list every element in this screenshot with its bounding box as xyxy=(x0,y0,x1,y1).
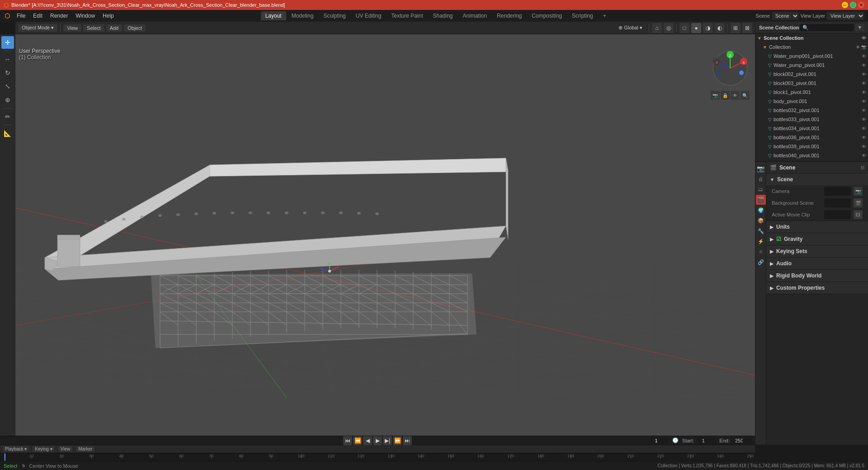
nav-gizmo[interactable]: X -X Z 📷 🔒 👁 🔍 xyxy=(710,48,750,89)
collection-cam[interactable]: 📷 xyxy=(861,45,866,49)
outliner-item-9[interactable]: ▽ bottles036_pivot.001 👁 xyxy=(755,133,868,142)
outliner-item-4[interactable]: ▽ block1_pivot.001 👁 xyxy=(755,88,868,97)
snap-btn[interactable]: ⌂ xyxy=(652,23,662,33)
minimize-button[interactable]: ─ xyxy=(842,2,848,8)
obj-eye-1[interactable]: 👁 xyxy=(862,63,866,68)
skip-start-btn[interactable]: ⏮ xyxy=(343,436,352,445)
prev-frame-btn[interactable]: ◀ xyxy=(363,436,372,445)
move-tool[interactable]: ↔ xyxy=(1,53,14,66)
timeline-track[interactable]: 1102030405060708090100110120130140150160… xyxy=(0,453,755,461)
lock-view-btn[interactable]: 🔒 xyxy=(721,91,730,100)
shading-wireframe-btn[interactable]: □ xyxy=(679,23,689,33)
marker-btn[interactable]: Marker xyxy=(76,446,94,452)
global-select-btn[interactable]: ⊕ Global ▾ xyxy=(618,25,642,31)
gravity-checkbox[interactable]: ☑ xyxy=(776,236,781,242)
constraints-props-btn[interactable]: 🔗 xyxy=(756,257,766,267)
object-props-btn[interactable]: 📦 xyxy=(756,216,766,226)
skip-end-btn[interactable]: ⏭ xyxy=(403,436,412,445)
overlay-btn[interactable]: ⊞ xyxy=(731,23,741,33)
obj-eye-2[interactable]: 👁 xyxy=(862,72,866,77)
view-layer-select[interactable]: View Layer xyxy=(827,12,864,20)
output-props-btn[interactable]: 🖨 xyxy=(756,174,766,184)
rigid-body-world-section-header[interactable]: ▶ Rigid Body World xyxy=(766,270,868,282)
outliner-item-5[interactable]: ▽ body_pivot.001 👁 xyxy=(755,97,868,106)
shading-solid-btn[interactable]: ● xyxy=(691,23,701,33)
outliner-item-11[interactable]: ▽ bottles040_pivot.001 👁 xyxy=(755,151,868,160)
camera-browse-btn[interactable]: 📷 xyxy=(854,187,863,196)
main-viewport[interactable]: User Perspective (1) Collection X -X Z xyxy=(15,34,755,445)
tab-shading[interactable]: Shading xyxy=(429,11,458,20)
obj-eye-10[interactable]: 👁 xyxy=(862,144,866,149)
particles-props-btn[interactable]: ⚡ xyxy=(756,236,766,246)
background-scene-browse-btn[interactable]: 🎬 xyxy=(854,198,863,207)
current-frame-input[interactable] xyxy=(651,437,669,444)
start-frame-input[interactable] xyxy=(698,437,716,444)
outliner-scene-collection[interactable]: ▼ Scene Collection 👁 xyxy=(755,33,868,42)
render-props-btn[interactable]: 📷 xyxy=(756,164,766,174)
edit-menu[interactable]: Edit xyxy=(29,11,46,20)
end-frame-input[interactable] xyxy=(733,437,751,444)
active-movie-clip-value[interactable] xyxy=(824,210,851,219)
scene-collection-eye[interactable]: 👁 xyxy=(862,36,866,41)
measure-tool[interactable]: 📐 xyxy=(1,127,14,140)
tab-uv-editing[interactable]: UV Editing xyxy=(351,11,386,20)
file-menu[interactable]: File xyxy=(13,11,29,20)
physics-props-btn[interactable]: ⚛ xyxy=(756,247,766,257)
render-menu[interactable]: Render xyxy=(47,11,71,20)
obj-eye-8[interactable]: 👁 xyxy=(862,126,866,131)
keying-sets-section-header[interactable]: ▶ Keying Sets xyxy=(766,245,868,257)
world-props-btn[interactable]: 🌍 xyxy=(756,205,766,215)
shading-material-btn[interactable]: ◑ xyxy=(703,23,713,33)
play-btn[interactable]: ▶ xyxy=(373,436,382,445)
rotate-tool[interactable]: ↻ xyxy=(1,66,14,79)
tab-sculpting[interactable]: Sculpting xyxy=(319,11,350,20)
obj-eye-7[interactable]: 👁 xyxy=(862,117,866,122)
playback-btn[interactable]: Playback ▾ xyxy=(3,446,29,452)
obj-eye-3[interactable]: 👁 xyxy=(862,81,866,86)
outliner-item-0[interactable]: ▽ Water_pump001_pivot.001 👁 xyxy=(755,52,868,61)
modifier-props-btn[interactable]: 🔧 xyxy=(756,226,766,236)
obj-eye-4[interactable]: 👁 xyxy=(862,90,866,95)
collection-eye[interactable]: 👁 xyxy=(856,45,860,50)
camera-value[interactable] xyxy=(824,187,851,196)
tab-animation[interactable]: Animation xyxy=(458,11,491,20)
scene-section-header[interactable]: ▼ Scene xyxy=(766,174,868,185)
help-menu[interactable]: Help xyxy=(99,11,118,20)
view-layer-props-btn[interactable]: 🗂 xyxy=(756,184,766,194)
perspective-toggle-btn[interactable]: 👁 xyxy=(731,91,740,100)
close-button[interactable]: ✕ xyxy=(858,2,864,8)
outliner-item-7[interactable]: ▽ bottles033_pivot.001 👁 xyxy=(755,115,868,124)
tab-texture-paint[interactable]: Texture Paint xyxy=(387,11,427,20)
audio-section-header[interactable]: ▶ Audio xyxy=(766,258,868,269)
add-btn[interactable]: Add xyxy=(106,24,123,32)
tab-layout[interactable]: Layout xyxy=(261,11,286,20)
obj-eye-6[interactable]: 👁 xyxy=(862,108,866,113)
tab-modeling[interactable]: Modeling xyxy=(287,11,318,20)
outliner-collection[interactable]: ▼ Collection 👁 📷 xyxy=(755,42,868,52)
outliner-filter-btn[interactable]: ▼ xyxy=(855,24,864,31)
units-section-header[interactable]: ▶ Units xyxy=(766,221,868,233)
obj-eye-5[interactable]: 👁 xyxy=(862,99,866,104)
outliner-item-6[interactable]: ▽ bottles032_pivot.001 👁 xyxy=(755,106,868,115)
outliner-item-3[interactable]: ▽ block003_pivot.001 👁 xyxy=(755,79,868,88)
window-menu[interactable]: Window xyxy=(72,11,99,20)
tab-add[interactable]: + xyxy=(599,11,611,20)
tab-scripting[interactable]: Scripting xyxy=(567,11,598,20)
transform-tool[interactable]: ⊕ xyxy=(1,94,14,106)
shading-rendered-btn[interactable]: ◐ xyxy=(715,23,725,33)
outliner-search[interactable] xyxy=(800,24,854,31)
object-btn[interactable]: Object xyxy=(124,24,146,32)
proportional-edit-btn[interactable]: ◎ xyxy=(664,23,674,33)
gravity-section-header[interactable]: ▶ ☑ Gravity xyxy=(766,233,868,245)
tab-compositing[interactable]: Compositing xyxy=(527,11,566,20)
xray-btn[interactable]: ⊠ xyxy=(742,23,752,33)
background-scene-value[interactable] xyxy=(824,198,851,207)
camera-view-btn[interactable]: 📷 xyxy=(711,91,720,100)
tl-cursor[interactable] xyxy=(5,453,5,461)
next-keyframe-btn[interactable]: ⏩ xyxy=(393,436,402,445)
cursor-tool[interactable]: ✛ xyxy=(1,36,14,49)
view-btn[interactable]: View xyxy=(63,24,81,32)
next-frame-btn[interactable]: ▶| xyxy=(383,436,392,445)
prev-keyframe-btn[interactable]: ⏪ xyxy=(353,436,362,445)
outliner-item-8[interactable]: ▽ bottles034_pivot.001 👁 xyxy=(755,124,868,133)
